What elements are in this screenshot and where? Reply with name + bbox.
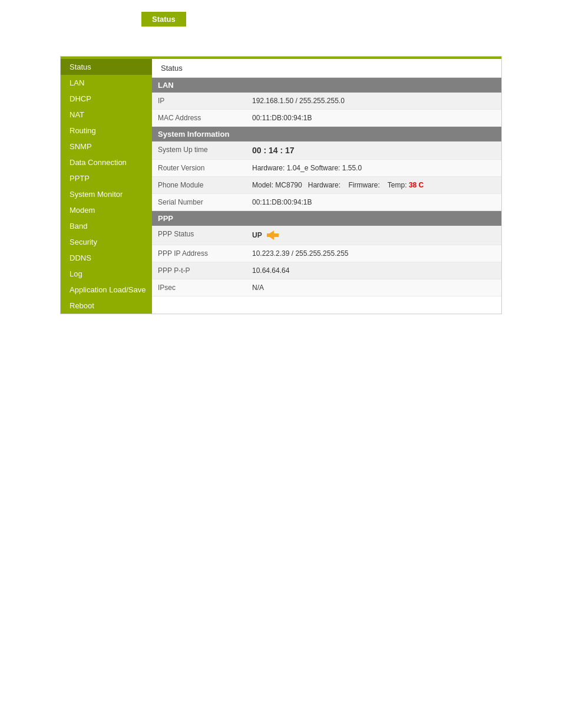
lan-section: LAN IP 192.168.1.50 / 255.255.255.0 MAC … — [152, 78, 501, 127]
table-row: PPP IP Address 10.223.2.39 / 255.255.255… — [152, 245, 501, 262]
main-panel: Status LAN DHCP NAT Routing SNMP Data Co… — [60, 56, 502, 314]
content-area: Status LAN IP 192.168.1.50 / 255.255.255… — [152, 57, 501, 314]
system-info-header: System Information — [152, 127, 501, 141]
sidebar-item-reboot[interactable]: Reboot — [61, 298, 152, 314]
phone-module-label: Phone Module — [152, 177, 246, 193]
mac-label: MAC Address — [152, 110, 246, 126]
uptime-label: System Up time — [152, 141, 246, 159]
arrow-left-icon — [267, 230, 283, 241]
table-row: System Up time 00 : 14 : 17 — [152, 141, 501, 160]
table-row: PPP P-t-P 10.64.64.64 — [152, 262, 501, 279]
sidebar-item-routing[interactable]: Routing — [61, 123, 152, 139]
ip-label: IP — [152, 93, 246, 109]
ppp-ptp-label: PPP P-t-P — [152, 262, 246, 279]
ppp-status-container: UP — [252, 230, 495, 241]
table-row: PPP Status UP — [152, 226, 501, 245]
sidebar-item-band[interactable]: Band — [61, 218, 152, 234]
sidebar-item-snmp[interactable]: SNMP — [61, 139, 152, 154]
sidebar-item-security[interactable]: Security — [61, 234, 152, 250]
serial-value: 00:11:DB:00:94:1B — [246, 194, 501, 210]
page-title: Status — [161, 64, 183, 73]
router-version-value: Hardware: 1.04_e Software: 1.55.0 — [246, 160, 501, 176]
mac-value: 00:11:DB:00:94:1B — [246, 110, 501, 126]
sidebar-item-app-load-save[interactable]: Application Load/Save — [61, 282, 152, 298]
ipsec-value: N/A — [246, 279, 501, 296]
table-row: IPsec N/A — [152, 279, 501, 297]
top-nav: Status — [0, 0, 562, 32]
sidebar-item-dhcp[interactable]: DHCP — [61, 91, 152, 107]
ppp-ip-label: PPP IP Address — [152, 245, 246, 262]
serial-label: Serial Number — [152, 194, 246, 210]
temp-value: 38 C — [409, 181, 424, 189]
table-row: IP 192.168.1.50 / 255.255.255.0 — [152, 93, 501, 110]
ppp-status-label: PPP Status — [152, 226, 246, 245]
ppp-section-header: PPP — [152, 211, 501, 226]
sidebar-item-system-monitor[interactable]: System Monitor — [61, 186, 152, 202]
content-header: Status — [152, 59, 501, 78]
ppp-ip-value: 10.223.2.39 / 255.255.255.255 — [246, 245, 501, 262]
ip-value: 192.168.1.50 / 255.255.255.0 — [246, 93, 501, 109]
sidebar-item-nat[interactable]: NAT — [61, 107, 152, 123]
ppp-ptp-value: 10.64.64.64 — [246, 262, 501, 279]
table-row: Serial Number 00:11:DB:00:94:1B — [152, 194, 501, 211]
uptime-value: 00 : 14 : 17 — [246, 141, 501, 159]
table-row: Router Version Hardware: 1.04_e Software… — [152, 160, 501, 177]
sidebar-item-lan[interactable]: LAN — [61, 75, 152, 91]
ppp-status-value: UP — [246, 226, 501, 245]
sidebar-item-status[interactable]: Status — [61, 59, 152, 75]
sidebar-item-log[interactable]: Log — [61, 266, 152, 282]
ipsec-label: IPsec — [152, 279, 246, 296]
sidebar: Status LAN DHCP NAT Routing SNMP Data Co… — [61, 57, 152, 314]
ppp-section: PPP PPP Status UP PPP IP Address 10.223.… — [152, 211, 501, 297]
table-row: Phone Module Model: MC8790 Hardware: Fir… — [152, 177, 501, 194]
sidebar-item-modem[interactable]: Modem — [61, 202, 152, 218]
router-version-label: Router Version — [152, 160, 246, 176]
lan-section-header: LAN — [152, 78, 501, 93]
status-top-button[interactable]: Status — [141, 12, 186, 27]
system-info-section: System Information System Up time 00 : 1… — [152, 127, 501, 211]
ppp-status-text: UP — [252, 231, 262, 239]
sidebar-item-ddns[interactable]: DDNS — [61, 250, 152, 266]
phone-module-value: Model: MC8790 Hardware: Firmware: Temp: … — [246, 177, 501, 193]
table-row: MAC Address 00:11:DB:00:94:1B — [152, 110, 501, 127]
sidebar-item-data-connection[interactable]: Data Connection — [61, 154, 152, 170]
sidebar-item-pptp[interactable]: PPTP — [61, 170, 152, 186]
